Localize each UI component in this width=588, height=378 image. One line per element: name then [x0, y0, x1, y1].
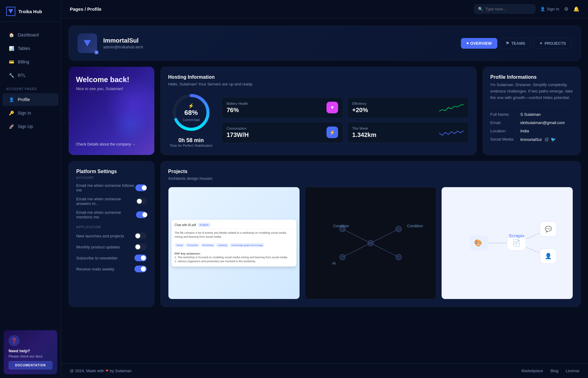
- updates-label: Monthly product updates: [76, 245, 120, 249]
- logo-icon: [6, 7, 15, 16]
- projects-icon: ✦: [539, 41, 543, 46]
- content-grid: Welcome back! Nice to see you, Sulaiman!…: [69, 67, 581, 155]
- svg-text:🎨: 🎨: [474, 239, 482, 247]
- gauge-time: 0h 58 min: [170, 137, 213, 144]
- projects-subtitle: Architects design houses: [168, 176, 573, 181]
- svg-text:Scrapix: Scrapix: [509, 233, 524, 238]
- battery-icon: ♥: [326, 102, 338, 113]
- projects-grid: Chat with AI.pdf English The file contai…: [168, 187, 573, 299]
- hosting-content: ⚡ 68% Current load 0h 58 min Time for Pe…: [168, 93, 469, 147]
- answers-label: Email me when someone answers to...: [76, 197, 136, 206]
- user-icon: 👤: [540, 7, 545, 11]
- account-section-label: ACCOUNT: [76, 176, 147, 180]
- metric-consumption-info: Consumption 173W/H: [227, 127, 323, 138]
- search-input[interactable]: [485, 7, 531, 11]
- efficiency-chart: [439, 102, 464, 113]
- footer-marketplace[interactable]: Marketplace: [521, 369, 543, 373]
- consumption-icon: ⚡: [326, 127, 338, 138]
- profile-info-title: Profile Informations: [490, 74, 573, 80]
- toggle-updates: Monthly product updates: [76, 244, 147, 250]
- projects-card: Projects Architects design houses Chat w…: [160, 161, 581, 307]
- svg-text:👤: 👤: [545, 253, 552, 259]
- welcome-subtitle: Nice to see you, Sulaiman!: [76, 86, 147, 91]
- svg-line-10: [371, 243, 399, 257]
- settings-title: Platform Settings: [76, 169, 147, 174]
- follows-toggle[interactable]: [135, 184, 147, 191]
- mails-toggle[interactable]: [134, 266, 147, 272]
- sidebar-item-signin[interactable]: 🔑 Sign In: [2, 107, 58, 119]
- breadcrumb-current: Profile: [87, 6, 102, 12]
- sidebar-item-billing[interactable]: 💳 Billing: [2, 55, 58, 68]
- sidebar-item-rtl[interactable]: 🔧 RTL: [2, 69, 58, 82]
- gauge-time-label: Time for Perfect Stabilization: [170, 144, 213, 147]
- chat-window: Chat with AI.pdf English The file contai…: [172, 220, 296, 266]
- email-label: Email:: [490, 120, 518, 125]
- footer-links: Marketplace Blog License: [521, 369, 579, 373]
- launches-toggle[interactable]: [134, 232, 147, 239]
- mails-label: Receive mails weekly: [76, 267, 114, 271]
- sidebar: Troika Hub 🏠 Dashboard 📊 Tables 💳 Billin…: [0, 0, 61, 378]
- updates-toggle[interactable]: [134, 244, 147, 250]
- launches-label: New launches and projects: [76, 234, 124, 238]
- tab-overview[interactable]: OVERVIEW: [461, 38, 498, 49]
- gauge-percent: 68%: [184, 109, 198, 116]
- profile-identity: ImmortalSul admin@troikahub.tech: [103, 37, 455, 49]
- signin-label: Sign In: [547, 7, 559, 11]
- profile-name: ImmortalSul: [103, 37, 455, 44]
- signin-button[interactable]: 👤 Sign In: [540, 7, 559, 11]
- tab-projects[interactable]: ✦ PROJECTS: [533, 38, 572, 49]
- metric-thisweek-info: This Week 1.342km: [352, 127, 435, 138]
- settings-icon[interactable]: ⚙: [564, 6, 568, 12]
- profile-email: admin@troikahub.tech: [103, 45, 455, 49]
- gauge-container: ⚡ 68% Current load 0h 58 min Time for Pe…: [168, 93, 214, 147]
- toggle-mails: Receive mails weekly: [76, 266, 147, 272]
- sidebar-item-profile[interactable]: 👤 Profile: [2, 93, 58, 106]
- edit-icon[interactable]: ✎: [95, 51, 98, 54]
- documentation-button[interactable]: DOCUMENTATION: [9, 361, 52, 369]
- sidebar-item-dashboard[interactable]: 🏠 Dashboard: [2, 28, 58, 41]
- project-scrapix: 🎨 📄 Scrapix 👤 💬 Project #3 Scrapix: [441, 187, 573, 299]
- twitter-icon[interactable]: 🐦: [551, 137, 556, 142]
- sidebar-item-tables[interactable]: 📊 Tables: [2, 42, 58, 55]
- signin-icon: 🔑: [9, 110, 14, 116]
- chat-content: The file contains a list of events and d…: [175, 231, 293, 263]
- mentions-toggle[interactable]: [136, 211, 147, 218]
- svg-text:💬: 💬: [545, 226, 552, 232]
- breadcrumb-separator: /: [85, 6, 87, 12]
- project-inquirix-thumb: Chat with AI.pdf English The file contai…: [168, 187, 300, 299]
- tab-teams[interactable]: ⚑ TEAMS: [500, 38, 531, 49]
- breadcrumb: Pages / Profile: [70, 6, 469, 12]
- svg-line-8: [371, 229, 399, 243]
- social-value: ImmortalSul @ 🐦: [520, 137, 556, 142]
- footer-blog[interactable]: Blog: [550, 369, 558, 373]
- svg-point-5: [340, 254, 345, 260]
- fullname-value: S Sulaiman: [520, 112, 541, 117]
- gauge: ⚡ 68% Current load: [171, 93, 211, 132]
- profile-tabs: OVERVIEW ⚑ TEAMS ✦ PROJECTS: [461, 38, 572, 49]
- footer-license[interactable]: License: [566, 369, 579, 373]
- info-fullname: Full Name: S Sulaiman: [490, 112, 573, 117]
- sidebar-item-signup[interactable]: 🚀 Sign Up: [2, 120, 58, 133]
- newsletter-toggle[interactable]: [134, 255, 147, 261]
- social-at-icon[interactable]: @: [545, 137, 549, 142]
- location-value: India: [520, 129, 529, 133]
- svg-line-9: [342, 243, 371, 257]
- topbar-actions: 👤 Sign In ⚙ 🔔: [540, 6, 579, 12]
- thisweek-chart: [439, 127, 464, 138]
- profile-info-card: Profile Informations I'm Sulaiman. Dream…: [483, 67, 581, 155]
- sidebar-logo: Troika Hub: [0, 0, 61, 22]
- newsletter-label: Subscribe to newsletter: [76, 256, 118, 260]
- answers-toggle[interactable]: [136, 198, 147, 205]
- bell-icon[interactable]: 🔔: [573, 6, 579, 12]
- sidebar-item-label: RTL: [18, 73, 26, 78]
- avatar: ✎: [77, 33, 97, 53]
- welcome-link[interactable]: Check Details about the company →: [76, 142, 147, 146]
- footer: @ 2024, Made with ❤ by Sulaiman Marketpl…: [61, 363, 588, 378]
- rtl-icon: 🔧: [9, 73, 14, 78]
- bottom-grid: Platform Settings ACCOUNT Email me when …: [69, 161, 581, 307]
- follows-label: Email me when someone follows me: [76, 183, 135, 192]
- info-social: Social Media: ImmortalSul @ 🐦: [490, 137, 573, 142]
- profile-header-card: ✎ ImmortalSul admin@troikahub.tech OVERV…: [69, 26, 581, 61]
- location-label: Location:: [490, 129, 518, 133]
- search-bar[interactable]: 🔍: [474, 4, 535, 14]
